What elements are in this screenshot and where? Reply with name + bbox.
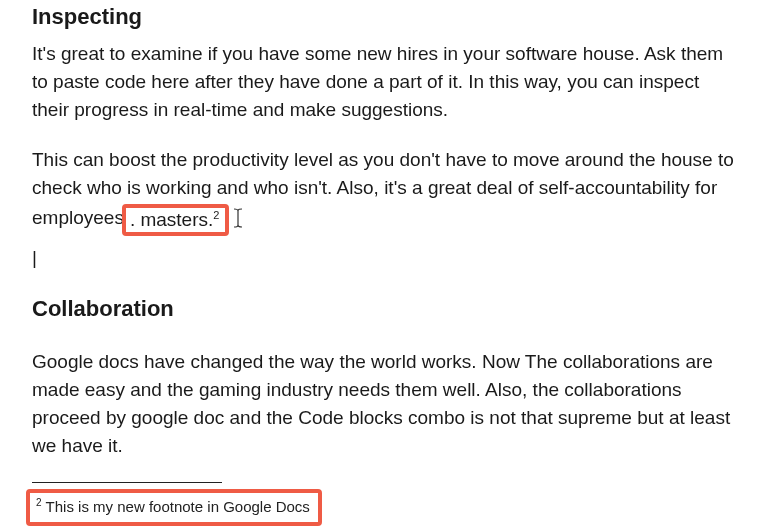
footnote-reference[interactable]: 2 xyxy=(213,209,219,221)
footnote-text[interactable]: This is my new footnote in Google Docs xyxy=(46,498,310,515)
paragraph-inspecting-1[interactable]: It's great to examine if you have some n… xyxy=(32,40,736,124)
paragraph-collaboration-1[interactable]: Google docs have changed the way the wor… xyxy=(32,348,736,460)
document-page: Inspecting It's great to examine if you … xyxy=(0,0,768,526)
heading-collaboration: Collaboration xyxy=(32,292,736,332)
annotation-highlight-box: . masters.2 xyxy=(122,204,230,236)
footnote-separator xyxy=(32,482,222,483)
annotation-highlight-box-footnote: 2This is my new footnote in Google Docs xyxy=(26,489,322,526)
footnote-number: 2 xyxy=(36,497,42,508)
spacer xyxy=(32,332,736,348)
editing-caret[interactable]: | xyxy=(32,244,736,272)
heading-inspecting: Inspecting xyxy=(32,0,736,40)
paragraph-inspecting-2[interactable]: This can boost the productivity level as… xyxy=(32,146,736,234)
highlighted-text: . masters. xyxy=(130,209,213,230)
